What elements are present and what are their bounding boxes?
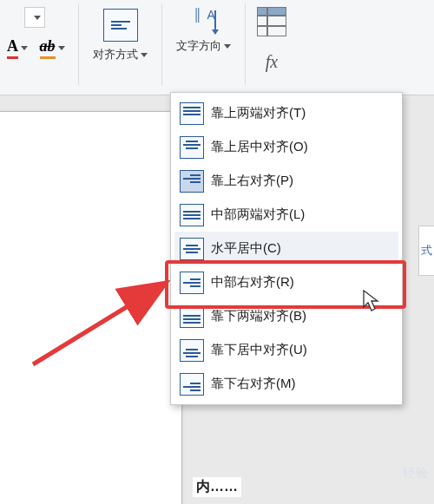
style-dropdown-fragment[interactable] — [24, 7, 45, 28]
highlight-icon: ab — [40, 37, 56, 59]
table-icon — [257, 7, 286, 36]
font-color-group: A ab — [0, 0, 78, 64]
menu-item-label: 靠下两端对齐(B) — [211, 308, 306, 324]
alignment-dropdown: 靠上两端对齐(T)靠上居中对齐(O)靠上右对齐(P)中部两端对齐(L)水平居中(… — [170, 92, 403, 405]
chevron-down-icon — [21, 46, 28, 50]
alignment-group: 对齐方式 — [79, 0, 161, 69]
menu-item-align-6[interactable]: 靠下两端对齐(B) — [174, 299, 398, 333]
alignment-label: 对齐方式 — [93, 47, 138, 62]
obscured-text: 内…… — [193, 477, 241, 497]
menu-item-label: 靠上右对齐(P) — [211, 173, 293, 189]
alignment-button[interactable]: 对齐方式 — [88, 5, 153, 66]
page-canvas — [0, 111, 182, 504]
menu-item-label: 中部两端对齐(L) — [211, 206, 305, 223]
highlight-color-button[interactable]: ab — [36, 36, 68, 59]
chevron-down-icon — [224, 44, 231, 49]
align-icon — [180, 102, 204, 125]
menu-item-label: 中部右对齐(R) — [211, 274, 294, 291]
align-icon — [180, 272, 204, 294]
side-panel-fragment[interactable]: 式 — [418, 226, 434, 276]
fx-formula-button[interactable]: fx — [256, 50, 287, 73]
menu-item-label: 水平居中(C) — [211, 240, 281, 257]
text-direction-button[interactable]: ║A 文字方向 — [171, 5, 236, 57]
font-color-button[interactable]: A — [2, 36, 33, 59]
align-icon — [180, 136, 204, 159]
menu-item-align-7[interactable]: 靠下居中对齐(U) — [174, 333, 398, 367]
menu-item-label: 靠上两端对齐(T) — [211, 105, 306, 121]
menu-item-align-2[interactable]: 靠上右对齐(P) — [174, 164, 398, 198]
chevron-down-icon — [141, 53, 148, 57]
align-icon — [180, 373, 204, 396]
align-icon — [180, 204, 204, 226]
text-direction-icon: ║A — [192, 9, 216, 38]
menu-item-align-8[interactable]: 靠下右对齐(M) — [174, 367, 398, 401]
align-icon — [180, 339, 204, 362]
insert-group: fx — [246, 0, 289, 78]
insert-table-button[interactable] — [256, 7, 287, 36]
menu-item-label: 靠下居中对齐(U) — [211, 342, 307, 358]
text-direction-group: ║A 文字方向 — [162, 0, 245, 61]
align-icon — [180, 170, 204, 193]
text-direction-label: 文字方向 — [176, 38, 221, 54]
menu-item-align-1[interactable]: 靠上居中对齐(O) — [174, 130, 398, 164]
menu-item-label: 靠下右对齐(M) — [211, 376, 296, 392]
menu-item-align-5[interactable]: 中部右对齐(R) — [174, 265, 398, 299]
fx-icon: fx — [266, 52, 278, 72]
menu-item-label: 靠上居中对齐(O) — [211, 139, 308, 155]
menu-item-align-3[interactable]: 中部两端对齐(L) — [174, 198, 398, 232]
align-icon — [180, 238, 204, 260]
font-color-icon: A — [7, 37, 18, 59]
alignment-icon — [103, 9, 138, 42]
menu-item-align-0[interactable]: 靠上两端对齐(T) — [174, 96, 398, 130]
align-icon — [180, 305, 204, 328]
ribbon: A ab 对齐方式 ║A 文字方向 — [0, 0, 434, 95]
menu-item-align-4[interactable]: 水平居中(C) — [174, 232, 398, 265]
chevron-down-icon — [58, 46, 65, 50]
watermark: 经验 — [403, 466, 429, 481]
